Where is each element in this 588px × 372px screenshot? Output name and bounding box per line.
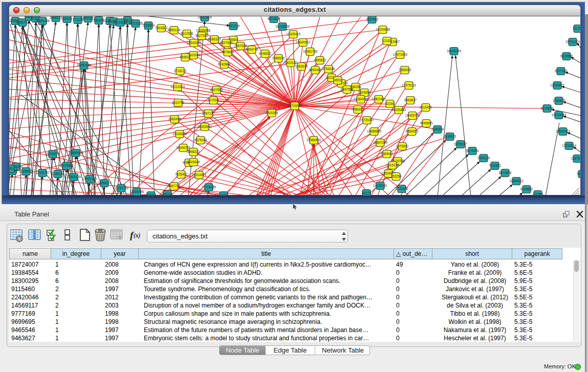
svg-text:16154808: 16154808: [376, 28, 390, 31]
svg-text:8884923: 8884923: [406, 129, 419, 133]
svg-text:12975115: 12975115: [402, 83, 416, 87]
svg-text:16053809: 16053809: [198, 16, 212, 19]
svg-text:16046766: 16046766: [176, 146, 191, 149]
svg-text:14139141: 14139141: [373, 184, 388, 187]
svg-text:8427552: 8427552: [210, 88, 223, 92]
svg-text:8912958: 8912958: [181, 32, 193, 35]
svg-text:16961758: 16961758: [303, 50, 318, 53]
svg-text:8186323: 8186323: [208, 37, 221, 41]
svg-text:10654112: 10654112: [509, 179, 524, 183]
svg-text:(x): (x): [134, 232, 141, 239]
svg-text:62160: 62160: [385, 102, 395, 105]
svg-text:1965498: 1965498: [168, 117, 181, 121]
svg-text:1640954: 1640954: [431, 127, 444, 131]
svg-text:3875685: 3875685: [222, 50, 234, 54]
svg-text:7351: 7351: [9, 167, 14, 170]
svg-text:15751074: 15751074: [565, 40, 580, 43]
svg-text:1362615: 1362615: [295, 64, 308, 68]
svg-text:9857791: 9857791: [168, 184, 181, 188]
svg-text:8813054: 8813054: [268, 17, 280, 20]
svg-text:830164: 830164: [93, 18, 104, 22]
svg-text:7663822: 7663822: [155, 26, 168, 30]
svg-text:7986322: 7986322: [352, 107, 364, 111]
svg-text:16713155: 16713155: [128, 21, 143, 25]
svg-text:21364436: 21364436: [354, 97, 368, 101]
svg-text:9699695: 9699695: [420, 121, 433, 125]
svg-text:9474444: 9474444: [466, 149, 479, 152]
svg-text:9242848: 9242848: [218, 62, 231, 66]
svg-text:1075692: 1075692: [396, 144, 409, 148]
svg-text:15716485: 15716485: [202, 185, 216, 189]
svg-text:17859928: 17859928: [69, 151, 83, 155]
svg-text:10719185: 10719185: [113, 20, 128, 24]
svg-text:9463627: 9463627: [404, 98, 417, 102]
svg-text:7632621: 7632621: [489, 164, 502, 167]
svg-text:3624554: 3624554: [358, 91, 371, 94]
svg-text:8938923: 8938923: [444, 135, 456, 138]
svg-text:9329966: 9329966: [560, 54, 573, 58]
svg-text:16543382: 16543382: [187, 41, 202, 45]
svg-text:12923446: 12923446: [129, 190, 144, 193]
svg-text:9327505: 9327505: [220, 41, 233, 45]
svg-text:11156829: 11156829: [19, 169, 33, 173]
svg-text:10210643: 10210643: [552, 113, 567, 117]
svg-text:1615132: 1615132: [386, 163, 399, 167]
svg-text:2087682: 2087682: [366, 17, 379, 21]
svg-text:18724007: 18724007: [288, 104, 302, 107]
svg-text:311450: 311450: [533, 192, 543, 195]
svg-text:10025453: 10025453: [391, 108, 406, 112]
svg-text:8498222: 8498222: [187, 150, 200, 154]
svg-text:8960124: 8960124: [168, 28, 181, 32]
svg-text:8454749: 8454749: [246, 48, 258, 51]
svg-text:86920: 86920: [146, 193, 156, 195]
svg-text:12505135: 12505135: [67, 175, 81, 179]
svg-text:450162: 450162: [162, 192, 173, 195]
svg-text:7357224: 7357224: [227, 24, 240, 28]
svg-text:20691406: 20691406: [35, 19, 50, 23]
svg-text:8471876: 8471876: [499, 171, 512, 174]
svg-text:924504: 924504: [577, 172, 581, 176]
svg-text:12342757: 12342757: [35, 171, 50, 174]
svg-text:9245652: 9245652: [520, 187, 533, 191]
svg-text:8990448: 8990448: [309, 68, 322, 72]
svg-text:917006: 917006: [208, 98, 219, 102]
svg-text:252254: 252254: [390, 174, 402, 178]
svg-text:13325419: 13325419: [286, 32, 301, 36]
svg-text:1084273: 1084273: [50, 16, 62, 19]
svg-text:12093872: 12093872: [550, 83, 565, 87]
svg-text:989610: 989610: [180, 55, 191, 59]
svg-text:4055714: 4055714: [16, 20, 29, 24]
svg-text:12213319: 12213319: [170, 85, 185, 89]
svg-text:15692971: 15692971: [556, 129, 571, 133]
svg-text:16495756: 16495756: [405, 114, 420, 117]
svg-text:16640910: 16640910: [296, 40, 311, 44]
svg-text:1167534: 1167534: [571, 157, 581, 160]
svg-text:2935114: 2935114: [477, 156, 490, 160]
svg-text:9084067: 9084067: [381, 152, 394, 156]
svg-text:3267130: 3267130: [202, 112, 215, 115]
svg-text:1588520: 1588520: [272, 56, 285, 60]
svg-text:111702: 111702: [573, 27, 581, 30]
svg-text:6322037: 6322037: [285, 61, 297, 64]
svg-text:8215955: 8215955: [541, 106, 554, 110]
svg-text:165201: 165201: [61, 17, 73, 20]
svg-text:1409948: 1409948: [187, 160, 200, 164]
svg-text:12162: 12162: [382, 39, 391, 42]
svg-text:10975887: 10975887: [59, 164, 74, 167]
svg-text:20206576: 20206576: [46, 152, 60, 156]
svg-text:4503: 4503: [334, 78, 342, 82]
svg-text:11353594: 11353594: [198, 125, 212, 128]
svg-text:8678342: 8678342: [194, 138, 207, 142]
svg-text:19106825: 19106825: [172, 132, 187, 136]
svg-text:17016514: 17016514: [562, 144, 577, 147]
svg-text:10958107: 10958107: [97, 181, 112, 185]
svg-text:6794028: 6794028: [322, 67, 335, 71]
svg-text:10973493: 10973493: [393, 53, 408, 56]
svg-text:19384554: 19384554: [307, 138, 321, 142]
svg-text:15720407: 15720407: [360, 118, 375, 122]
svg-text:10688609: 10688609: [367, 129, 382, 133]
svg-text:2967608: 2967608: [234, 44, 247, 48]
svg-text:29053346: 29053346: [77, 63, 92, 67]
svg-text:16782759: 16782759: [114, 186, 129, 190]
svg-text:7515524: 7515524: [142, 24, 155, 27]
